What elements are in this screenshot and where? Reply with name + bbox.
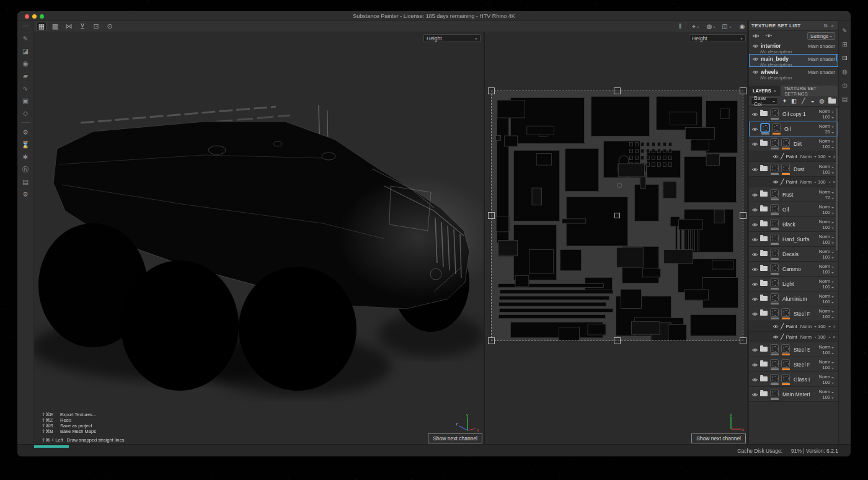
close-panel-icon[interactable]: × [829, 21, 836, 30]
layer-content-thumbnail[interactable] [781, 164, 790, 175]
layer-row[interactable]: Light Norm 100 [749, 277, 838, 291]
plugin-settings-icon[interactable]: ✱ [20, 153, 30, 162]
layer-row[interactable]: Rust Norm 72 [749, 187, 838, 202]
layer-visibility-eye-icon[interactable] [751, 393, 758, 397]
layer-opacity[interactable]: 100 [822, 300, 830, 304]
show-all-eye-icon[interactable] [752, 33, 760, 38]
texture-set-settings-dropdown[interactable]: Settings [807, 32, 835, 40]
layer-visibility-eye-icon[interactable] [751, 252, 758, 257]
layer-opacity[interactable]: 26 [825, 130, 830, 135]
layer-mask-thumbnail[interactable] [769, 344, 779, 355]
add-paint-layer-icon[interactable]: ╱ [799, 97, 807, 106]
symmetry-settings-icon[interactable]: ⌖ [691, 22, 701, 32]
layer-row[interactable]: Aluminium Norm 100 [749, 291, 838, 306]
selection-handle-e[interactable] [740, 212, 746, 219]
layer-blend-mode[interactable]: Norm [819, 109, 830, 114]
add-folder-icon[interactable] [828, 99, 836, 104]
effect-blend-mode[interactable]: Norm [800, 179, 812, 185]
show-next-channel-button-3d[interactable]: Show next channel [428, 433, 482, 443]
layer-mask-thumbnail[interactable] [769, 374, 779, 385]
layer-visibility-eye-icon[interactable] [751, 112, 758, 117]
layer-visibility-eye-icon[interactable] [751, 348, 758, 352]
effect-visibility-eye-icon[interactable] [773, 324, 779, 329]
layer-blend-mode[interactable]: Norm [819, 279, 830, 284]
brush-presets-icon[interactable]: ✎ [840, 27, 850, 36]
tab-texture-set-settings[interactable]: TEXTURE SET SETTINGS [781, 86, 838, 96]
layer-visibility-eye-icon[interactable] [751, 193, 758, 197]
layer-blend-mode[interactable]: Norm [819, 389, 830, 394]
display-settings-icon[interactable]: ⚙ [20, 128, 30, 137]
effect-opacity[interactable]: 100 [818, 179, 826, 185]
layer-visibility-eye-icon[interactable] [751, 267, 758, 272]
layer-visibility-eye-icon[interactable] [751, 378, 758, 382]
clone-tool-icon[interactable]: ▣ [20, 96, 30, 105]
screenshot-icon[interactable]: ◉ [737, 22, 747, 32]
polygon-fill-tool-icon[interactable]: ▰ [20, 71, 30, 81]
layer-row[interactable]: Steel Painted Roug... Norm 100 [749, 306, 838, 321]
display-panel-icon[interactable]: ⊟ [840, 54, 850, 63]
layer-row[interactable]: Dirt Norm 100 [749, 136, 838, 151]
texture-set-row[interactable]: interrior Main shader No description [749, 41, 838, 54]
selection-handle-w[interactable] [488, 212, 495, 219]
shelf-icon[interactable]: ⊞ [840, 40, 850, 50]
layer-content-thumbnail[interactable] [781, 344, 790, 355]
history-icon[interactable]: ⌛ [20, 140, 30, 149]
remove-effect-icon[interactable]: × [833, 324, 836, 329]
layer-mask-thumbnail[interactable] [769, 138, 779, 149]
pause-engine-icon[interactable]: ‖ [675, 22, 685, 32]
effect-opacity[interactable]: 100 [818, 154, 826, 159]
layer-opacity[interactable]: 72 [825, 195, 830, 200]
layer-opacity[interactable]: 100 [822, 225, 830, 230]
layer-row[interactable]: Black Norm 100 [749, 217, 838, 232]
layer-blend-mode[interactable]: Norm [819, 220, 830, 224]
close-tab-icon[interactable]: × [774, 88, 776, 94]
layer-visibility-eye-icon[interactable] [751, 167, 758, 172]
layer-blend-mode[interactable]: Norm [819, 164, 830, 169]
mirror-icon[interactable]: ⋈ [64, 22, 74, 31]
preferences-icon[interactable]: ⚙ [20, 190, 30, 199]
layer-blend-mode[interactable]: Norm [819, 205, 830, 210]
layer-mask-thumbnail[interactable] [769, 308, 779, 319]
selection-pivot-handle[interactable] [614, 213, 620, 218]
layer-visibility-eye-icon[interactable] [751, 282, 758, 287]
layer-visibility-eye-icon[interactable] [751, 142, 758, 146]
symmetry-axis-icon[interactable]: ⊻ [78, 22, 87, 31]
resources-icon[interactable]: ▤ [20, 177, 30, 187]
layer-blend-mode[interactable]: Norm [819, 309, 830, 314]
layer-mask-thumbnail[interactable] [769, 189, 779, 200]
layer-content-thumbnail[interactable] [781, 374, 790, 385]
layers-scrollbar[interactable] [836, 108, 838, 251]
layer-opacity[interactable]: 100 [822, 314, 830, 319]
layer-opacity[interactable]: 100 [822, 395, 830, 400]
layer-row[interactable]: Steel Painted Scra... Norm 100 [749, 357, 838, 372]
layer-mask-thumbnail[interactable] [769, 249, 779, 260]
selection-handle-se[interactable] [740, 337, 746, 344]
layer-row[interactable]: Main Material Norm 100 [749, 387, 838, 402]
viewport-2d[interactable]: Height y u Show next channel [485, 32, 747, 444]
log-panel-icon[interactable]: ▤ [840, 95, 850, 104]
layer-opacity[interactable]: 100 [822, 255, 830, 260]
shader-panel-icon[interactable]: ◍ [840, 68, 850, 77]
layer-row[interactable]: Oil Norm 26 [749, 122, 838, 136]
pivot-icon[interactable]: ⊙ [105, 22, 115, 31]
smudge-tool-icon[interactable]: ∿ [20, 84, 30, 93]
layer-mask-thumbnail[interactable] [769, 219, 779, 230]
effect-blend-mode[interactable]: Norm [800, 154, 812, 159]
eraser-tool-icon[interactable]: ◪ [20, 47, 30, 56]
layer-row[interactable]: Oil Norm 100 [749, 202, 838, 217]
layer-mask-thumbnail[interactable] [760, 123, 770, 135]
layer-visibility-eye-icon[interactable] [751, 208, 758, 212]
layer-mask-thumbnail[interactable] [769, 359, 779, 370]
layer-content-thumbnail[interactable] [771, 123, 781, 135]
layer-row[interactable]: Hard_Surface Norm 100 [749, 232, 838, 247]
layer-blend-mode[interactable]: Norm [819, 190, 830, 195]
layer-row[interactable]: Cammo Norm 100 [749, 262, 838, 277]
layer-content-thumbnail[interactable] [781, 359, 790, 370]
layer-visibility-eye-icon[interactable] [751, 238, 758, 242]
selection-handle-n[interactable] [614, 87, 621, 94]
solo-eye-icon[interactable] [765, 33, 773, 38]
projection-tool-icon[interactable]: ◉ [20, 59, 30, 68]
uv-texture-selection[interactable] [492, 91, 743, 340]
layer-blend-mode[interactable]: Norm [819, 345, 830, 350]
layer-opacity[interactable]: 100 [822, 115, 830, 120]
